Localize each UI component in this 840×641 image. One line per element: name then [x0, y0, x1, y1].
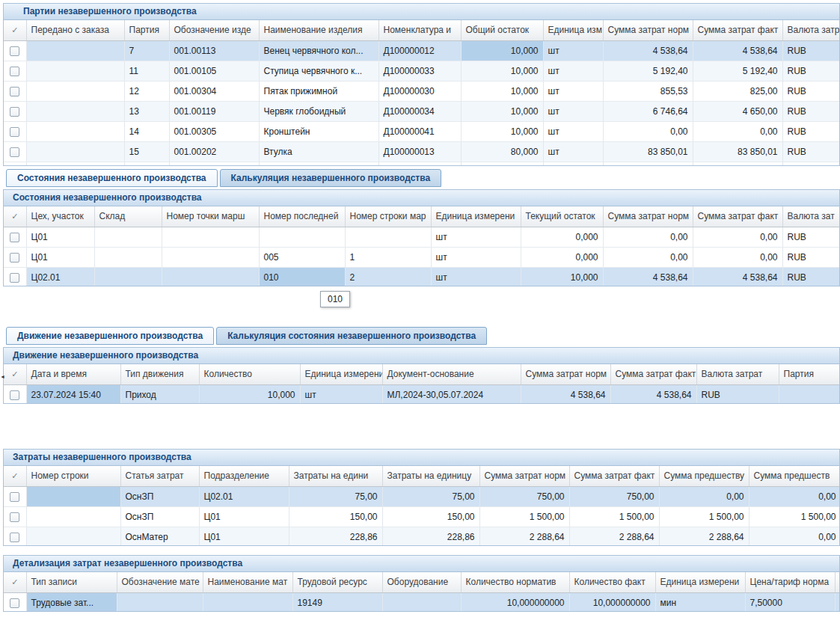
table-cell[interactable]: [26, 101, 124, 121]
table-cell[interactable]: 75,00: [382, 486, 479, 506]
table-row[interactable]: 23.07.2024 15:40Приход10,000штМЛ,2024-30…: [4, 384, 840, 404]
column-header[interactable]: Партия: [124, 20, 169, 40]
select-all-header[interactable]: ✓: [4, 466, 26, 486]
column-header[interactable]: Сумма затрат норм: [521, 364, 610, 384]
table-cell[interactable]: [26, 81, 124, 101]
table-cell[interactable]: шт: [431, 267, 521, 286]
table-cell[interactable]: 6 746,64: [603, 101, 693, 121]
table-cell[interactable]: 11: [124, 61, 169, 81]
table-cell[interactable]: 15: [124, 141, 169, 162]
column-header[interactable]: Сумма затрат факт: [693, 206, 782, 227]
row-checkbox[interactable]: [10, 598, 19, 608]
table-row[interactable]: 15001.00202ВтулкаД10000001380,000шт83 85…: [4, 141, 840, 162]
column-header[interactable]: Тип записи: [26, 572, 117, 592]
row-checkbox[interactable]: [10, 147, 19, 157]
table-cell[interactable]: RUB: [782, 61, 840, 81]
column-header[interactable]: Сумма затрат норм: [603, 206, 693, 227]
table-cell[interactable]: шт: [543, 141, 603, 162]
table-cell[interactable]: 4 538,64: [610, 384, 696, 404]
table-cell[interactable]: 4 538,64: [603, 40, 693, 61]
table-cell[interactable]: шт: [543, 101, 603, 121]
table-cell[interactable]: [26, 162, 124, 166]
table-cell[interactable]: 228,86: [382, 527, 479, 546]
table-cell[interactable]: 7,50000: [745, 592, 835, 612]
row-checkbox[interactable]: [10, 512, 19, 522]
column-header[interactable]: Сумма затрат факт: [569, 466, 659, 486]
table-cell[interactable]: 23.07.2024 15:40: [26, 384, 120, 404]
column-header[interactable]: Номенклатура и: [378, 20, 461, 40]
table-row[interactable]: ОснЗПЦ01150,00150,001 500,001 500,001 50…: [4, 506, 840, 527]
table-cell[interactable]: 0,00: [603, 227, 693, 247]
table-cell[interactable]: 10,000: [461, 40, 543, 61]
table-cell[interactable]: 2 288,64: [659, 527, 749, 546]
column-header[interactable]: Дата и время: [26, 364, 120, 384]
table-row[interactable]: ОснМатерЦ01228,86228,862 288,642 288,642…: [4, 527, 840, 546]
table-cell[interactable]: [26, 121, 124, 141]
row-checkbox[interactable]: [10, 87, 19, 96]
table-cell[interactable]: Ц01: [199, 527, 289, 546]
tab-wip-movement[interactable]: Движение незавершенного производства: [6, 327, 214, 345]
row-checkbox[interactable]: [10, 533, 19, 542]
table-cell[interactable]: 0,00: [693, 227, 782, 247]
row-checkbox[interactable]: [10, 253, 19, 263]
table-cell[interactable]: Трудовые зат...: [26, 592, 117, 612]
table-cell[interactable]: Д100000033: [378, 61, 461, 81]
table-cell[interactable]: 10,000: [461, 121, 543, 141]
table-cell[interactable]: ОснЗП: [120, 486, 199, 506]
column-header[interactable]: Затраты на единицу: [382, 466, 479, 486]
table-cell[interactable]: МЛ,2024-30,05.07.2024: [382, 384, 521, 404]
table-cell[interactable]: 001.00305: [169, 121, 259, 141]
table-cell[interactable]: [162, 227, 259, 247]
table-cell[interactable]: Ц02.01: [26, 267, 94, 286]
column-header[interactable]: Тип движения: [120, 364, 199, 384]
table-cell[interactable]: 10,000: [461, 61, 543, 81]
table-cell[interactable]: Ц02.01: [199, 486, 289, 506]
table-cell[interactable]: 13: [124, 101, 169, 121]
table-cell[interactable]: 228,86: [289, 527, 382, 546]
column-header[interactable]: Подразделение: [199, 466, 289, 486]
table-cell[interactable]: [26, 61, 124, 81]
table-cell[interactable]: ОснМатер: [120, 527, 199, 546]
table-cell[interactable]: 7: [124, 40, 169, 61]
table-cell[interactable]: шт: [543, 81, 603, 101]
table-cell[interactable]: 10,000: [199, 384, 300, 404]
table-cell[interactable]: [382, 592, 461, 612]
select-all-header[interactable]: ✓: [4, 20, 26, 40]
table-cell[interactable]: 150,00: [289, 506, 382, 527]
table-cell[interactable]: RUB: [782, 267, 840, 286]
column-header[interactable]: Сумма затрат факт: [610, 364, 696, 384]
table-cell[interactable]: Втулка: [259, 141, 378, 162]
column-header[interactable]: Номер строки мар: [345, 206, 431, 227]
table-cell[interactable]: [94, 267, 162, 286]
column-header[interactable]: Передано с заказа: [26, 20, 124, 40]
table-cell[interactable]: 1 500,00: [479, 506, 569, 527]
table-cell[interactable]: 001.00105: [169, 61, 259, 81]
column-header[interactable]: Сумма затрат норм: [479, 466, 569, 486]
table-cell[interactable]: Крепление фланцевое: [259, 162, 378, 166]
table-cell[interactable]: 4 538,64: [693, 267, 782, 286]
table-cell[interactable]: шт: [300, 384, 382, 404]
table-cell[interactable]: 10,000: [461, 101, 543, 121]
table-cell[interactable]: [345, 227, 431, 247]
table-row[interactable]: Ц02.010102шт10,0004 538,644 538,64RUB: [4, 267, 840, 286]
table-cell[interactable]: 001.00202: [169, 141, 259, 162]
table-cell[interactable]: 12: [124, 81, 169, 101]
table-cell[interactable]: 4 650,00: [693, 101, 782, 121]
table-cell[interactable]: 010: [259, 267, 345, 286]
table-cell[interactable]: 2 048,00: [603, 162, 693, 166]
column-header[interactable]: Статья затрат: [120, 466, 199, 486]
select-all-header[interactable]: ✓: [4, 206, 26, 227]
tab-wip-calculation[interactable]: Калькуляция незавершенного производства: [220, 169, 442, 187]
column-header[interactable]: Наименование изделия: [259, 20, 378, 40]
table-cell[interactable]: шт: [431, 247, 521, 267]
table-cell[interactable]: шт: [543, 61, 603, 81]
table-cell[interactable]: [26, 527, 120, 546]
table-cell[interactable]: 0,00: [603, 247, 693, 267]
tab-wip-states[interactable]: Состояния незавершенного производства: [6, 169, 218, 187]
table-cell[interactable]: 4 538,64: [603, 267, 693, 286]
row-checkbox[interactable]: [10, 233, 19, 242]
select-all-header[interactable]: ✓: [4, 364, 26, 384]
table-cell[interactable]: 21: [124, 162, 169, 166]
table-cell[interactable]: Червяк глобоидный: [259, 101, 378, 121]
select-all-header[interactable]: ✓: [4, 572, 26, 592]
